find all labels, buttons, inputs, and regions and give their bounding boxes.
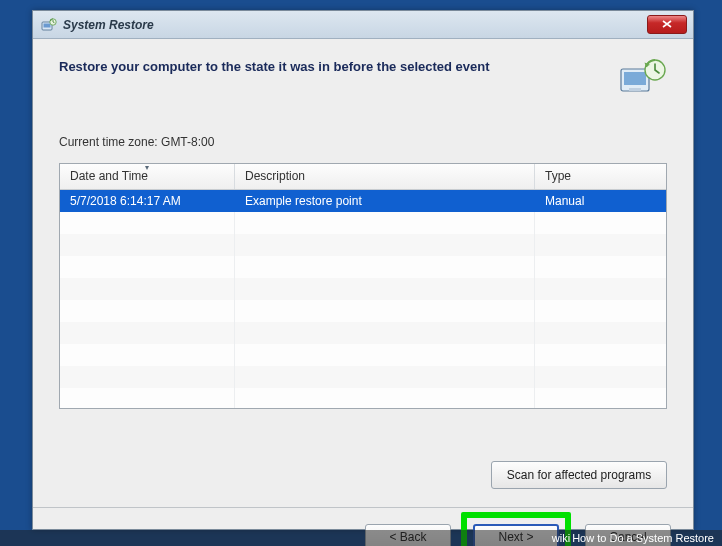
scan-affected-programs-button[interactable]: Scan for affected programs [491,461,667,489]
system-restore-window: System Restore Restore your computer to … [32,10,694,530]
caption-text: How to Do a System Restore [572,532,714,544]
column-header-description[interactable]: Description [235,164,535,189]
table-row[interactable]: 5/7/2018 6:14:17 AM Example restore poin… [60,190,666,212]
timezone-label: Current time zone: GMT-8:00 [59,135,667,149]
window-title: System Restore [63,18,154,32]
column-header-type[interactable]: Type [535,164,666,189]
restore-clock-icon [619,57,667,95]
page-heading: Restore your computer to the state it wa… [59,57,490,74]
svg-rect-1 [44,23,51,27]
column-label: Date and Time [70,169,148,183]
column-header-datetime[interactable]: Date and Time ▾ [60,164,235,189]
cell-description: Example restore point [235,194,535,208]
svg-rect-5 [629,88,641,91]
footer-separator [33,507,693,508]
titlebar: System Restore [33,11,693,39]
system-restore-icon [41,17,57,33]
cell-datetime: 5/7/2018 6:14:17 AM [60,194,235,208]
cell-type: Manual [535,194,666,208]
heading-row: Restore your computer to the state it wa… [59,57,667,95]
svg-rect-4 [624,72,646,85]
content-area: Restore your computer to the state it wa… [33,39,693,529]
caption-prefix: wiki [552,532,570,544]
table-empty-area [60,212,666,408]
image-caption: wiki How to Do a System Restore [0,530,722,546]
table-header: Date and Time ▾ Description Type [60,164,666,190]
close-button[interactable] [647,15,687,34]
sort-indicator-icon: ▾ [145,163,149,172]
restore-points-table: Date and Time ▾ Description Type 5/7/201… [59,163,667,409]
close-icon [662,19,672,30]
